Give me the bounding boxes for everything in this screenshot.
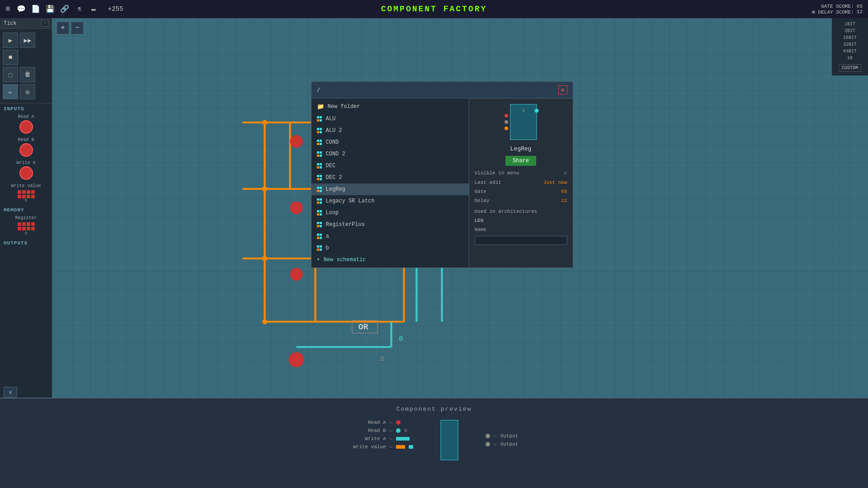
dec2-icon xyxy=(317,175,322,180)
collapse-btn[interactable]: ∨ xyxy=(4,387,17,398)
alu-label: ALU xyxy=(326,116,336,122)
prev-out-1: — Output xyxy=(486,433,518,439)
write-value-num: 0 xyxy=(25,198,27,203)
registerplus-icon xyxy=(317,222,322,227)
tick-minus-btn[interactable]: − xyxy=(41,20,48,27)
file-item-dec2[interactable]: DEC 2 xyxy=(311,172,469,183)
dec-icon xyxy=(317,163,322,169)
register-item: Register 0 xyxy=(0,214,52,238)
bit-1 xyxy=(22,190,26,194)
share-btn[interactable]: Share xyxy=(505,156,536,166)
dec2-label: DEC 2 xyxy=(326,174,342,181)
play-fast-btn[interactable]: ▶▶ xyxy=(20,33,35,48)
name-input[interactable] xyxy=(475,236,567,245)
outputs-header: OUTPUTS xyxy=(0,238,52,247)
comp-input-dot-3 xyxy=(505,127,508,130)
read-b-circle[interactable] xyxy=(19,143,33,157)
write-value-bits xyxy=(18,190,35,198)
score-2bit: 2BIT xyxy=(844,28,855,33)
write-a-circle[interactable] xyxy=(19,166,33,180)
file-item-cond[interactable]: COND xyxy=(311,136,469,148)
bit-2 xyxy=(27,190,30,194)
file-item-loop[interactable]: Loop xyxy=(311,207,469,219)
modal-header: / ✕ xyxy=(311,82,573,99)
preview-write-a: Write A — xyxy=(350,436,414,441)
gate-value: 65 xyxy=(561,189,567,194)
prev-read-b-val: 0 xyxy=(404,428,407,433)
select-btn[interactable]: ⬚ xyxy=(3,67,18,82)
network-icon[interactable]: 🔗 xyxy=(59,4,70,14)
new-schematic-btn[interactable]: + New schematic xyxy=(311,254,469,266)
legreg-icon xyxy=(317,187,322,192)
prev-out-label-2: Output xyxy=(500,441,519,447)
cond2-label: COND 2 xyxy=(326,151,345,157)
prev-out-dot-1 xyxy=(486,434,490,438)
inputs-header: INPUTS xyxy=(0,103,52,113)
file-item-dec[interactable]: DEC xyxy=(311,160,469,172)
prev-write-a-label: Write A xyxy=(350,436,386,441)
right-panel: 1BIT 2BIT 16BIT 32BIT 64BIT 10 CUSTOM xyxy=(832,18,868,75)
visible-in-menu-label: Visible in menu xyxy=(475,170,519,176)
visible-in-menu-row: Visible in menu ✓ xyxy=(475,169,567,176)
mc-4 xyxy=(18,227,21,230)
alu2-label: ALU 2 xyxy=(326,127,342,134)
play-btn[interactable]: ▶ xyxy=(3,33,18,48)
file-item-legreg[interactable]: LegReg xyxy=(311,183,469,195)
modal-close-btn[interactable]: ✕ xyxy=(558,85,567,94)
mc-1 xyxy=(22,222,26,226)
file-item-cond2[interactable]: COND 2 xyxy=(311,148,469,160)
gate-score-line: GATE SCORE: 65 xyxy=(821,4,863,9)
file-item-a[interactable]: a xyxy=(311,230,469,242)
file-item-legacy-sr[interactable]: Legacy SR Latch xyxy=(311,195,469,207)
file-item-alu[interactable]: ALU xyxy=(311,113,469,125)
preview-box: Read A — Read B — 0 Write A — Write valu… xyxy=(350,420,519,460)
menu-icon[interactable]: ≡ xyxy=(5,5,10,14)
prev-write-value-bar xyxy=(396,445,405,449)
prev-write-value-label: Write value xyxy=(350,444,386,450)
delete-btn[interactable]: 🗑 xyxy=(20,67,35,82)
prev-read-a-label: Read A xyxy=(350,420,386,425)
mc-6 xyxy=(27,227,30,230)
wire-btn[interactable]: ✏ xyxy=(3,84,18,99)
score-custom: CUSTOM xyxy=(839,64,861,72)
mc-5 xyxy=(22,227,26,230)
file-list: 📁 New folder ALU xyxy=(311,99,469,267)
used-in-title: Used in architectures xyxy=(475,209,567,214)
file-item-registerplus[interactable]: RegisterPlus xyxy=(311,219,469,230)
preview-title: Component preview xyxy=(396,406,472,413)
file-item-alu2[interactable]: ALU 2 xyxy=(311,125,469,136)
new-folder-label: New folder xyxy=(328,103,360,110)
chip-icon[interactable]: ▬ xyxy=(88,4,99,14)
bit-4 xyxy=(18,195,21,198)
app-title: COMPONENT FACTORY xyxy=(381,5,487,14)
alu-icon xyxy=(317,116,322,122)
component-box: 0 xyxy=(510,104,537,140)
bit-0 xyxy=(18,190,21,194)
prev-read-b-dot xyxy=(396,428,401,433)
save-icon[interactable]: 💾 xyxy=(45,4,56,14)
delay-score-value: 12 xyxy=(857,9,863,15)
delay-row: Delay 12 xyxy=(475,198,567,203)
prev-read-a-dot xyxy=(396,420,401,425)
toolbar: ▶ ▶▶ ■ ⬚ 🗑 ✏ ◎ xyxy=(0,29,52,103)
read-a-item: Read A xyxy=(0,113,52,136)
stop-btn[interactable]: ■ xyxy=(3,50,18,65)
modal-overlay: / ✕ 📁 New folder ALU xyxy=(52,18,832,398)
bit-7 xyxy=(31,195,35,198)
memory-header: MEMORY xyxy=(0,205,52,214)
file-item-b[interactable]: b xyxy=(311,242,469,254)
file-icon[interactable]: 📄 xyxy=(30,4,41,14)
delay-score-label: ⊞ DELAY SCORE: xyxy=(812,9,854,15)
prev-write-a-bar xyxy=(396,437,410,441)
file-item-new-folder[interactable]: 📁 New folder xyxy=(311,100,469,113)
detail-panel: 0 LegReg Share Visible in menu ✓ Last ed… xyxy=(469,99,573,267)
chat-icon[interactable]: 💬 xyxy=(16,4,27,14)
read-a-circle[interactable] xyxy=(19,120,33,134)
mc-3 xyxy=(31,222,35,226)
bottom-panel: Component preview Read A — Read B — 0 Wr… xyxy=(0,398,868,488)
flask-icon[interactable]: ⚗ xyxy=(74,4,85,14)
read-b-label: Read B xyxy=(18,137,34,142)
comp-input-dot-2 xyxy=(505,120,508,124)
component-btn[interactable]: ◎ xyxy=(20,84,35,99)
comp-input-dot-1 xyxy=(505,114,508,117)
